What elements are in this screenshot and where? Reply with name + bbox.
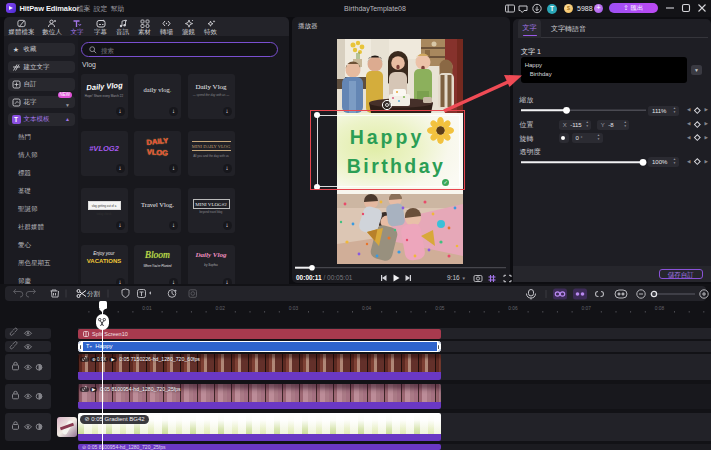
svg-text:0:06: 0:06 [508,306,518,311]
svg-text:0:02: 0:02 [216,306,226,311]
svg-text:0:01: 0:01 [142,306,152,311]
svg-text:0:03: 0:03 [289,306,299,311]
svg-text:0:04: 0:04 [362,306,372,311]
svg-text:0:08: 0:08 [655,306,665,311]
svg-text:0:05: 0:05 [435,306,445,311]
svg-text:0:07: 0:07 [582,306,592,311]
